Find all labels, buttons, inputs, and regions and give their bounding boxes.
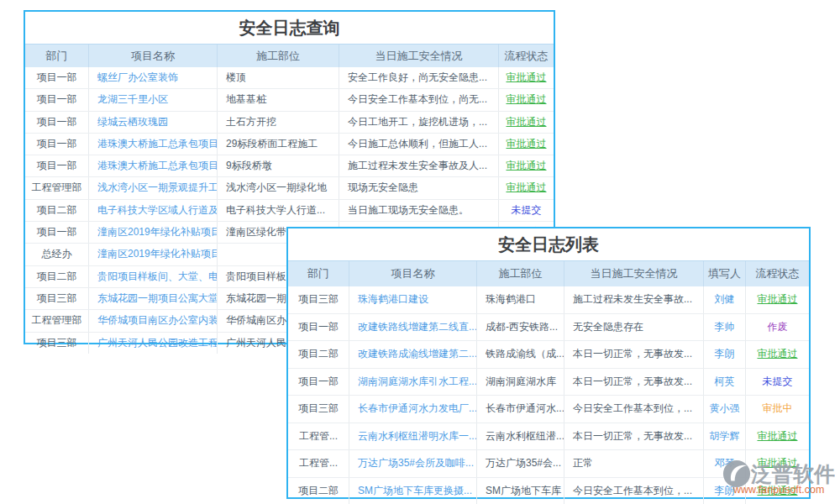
cell-project[interactable]: 贵阳项目样板间、大堂、电梯	[88, 266, 217, 287]
column-header-location: 施工部位	[217, 45, 339, 67]
cell-status[interactable]: 审批通过	[745, 286, 809, 313]
cell-status[interactable]: 作废	[745, 314, 809, 341]
column-header-writer: 填写人	[703, 261, 745, 286]
cell-safety: 正常	[564, 450, 703, 477]
cell-status[interactable]: 审批通过	[498, 177, 554, 198]
table-row: 项目一部龙湖三千里小区地基基桩今日安全工作基本到位，尚无...审批通过	[25, 88, 554, 110]
watermark: 泛普软件 www.fanpusoft.com	[722, 459, 840, 501]
cell-project[interactable]: 云南水利枢纽潜明水库一...	[349, 423, 476, 450]
table-row: 项目三部珠海鹤港口建设珠海鹤港口施工过程未发生安全事故...刘健审批通过	[288, 286, 809, 313]
cell-status[interactable]: 审批通过	[498, 134, 554, 155]
watermark-url: www.fanpusoft.com	[733, 484, 824, 496]
cell-writer[interactable]: 刘健	[703, 286, 745, 313]
cell-dept: 项目三部	[288, 396, 349, 423]
cell-writer[interactable]: 柯英	[703, 369, 745, 396]
cell-safety: 今日施工总体顺利，但施工人...	[339, 134, 498, 155]
cell-status[interactable]: 审批通过	[498, 155, 554, 176]
cell-project[interactable]: 万达广场35#会所及咖啡...	[349, 450, 476, 477]
cell-dept: 项目一部	[25, 222, 88, 243]
cell-location: 29标段桥面工程施工	[217, 134, 339, 155]
cell-dept: 项目一部	[25, 134, 88, 155]
cell-location: 成都-西安铁路...	[476, 314, 564, 341]
table-row: 项目二部改建铁路成渝线增建第二...铁路成渝线（成...本日一切正常，无事故发.…	[288, 340, 809, 368]
cell-status[interactable]: 审批通过	[498, 112, 554, 133]
cell-project[interactable]: 改建铁路线增建第二线直...	[349, 314, 476, 341]
cell-writer[interactable]: 李帅	[703, 314, 745, 341]
cell-dept: 工程管理部	[25, 177, 88, 198]
table-row: 项目一部湖南洞庭湖水库引水工程...湖南洞庭湖水库本日一切正常，无事故发...柯…	[288, 368, 809, 396]
column-header-location: 施工部位	[476, 261, 564, 286]
column-header-status: 流程状态	[745, 261, 809, 286]
cell-location: 土石方开挖	[217, 112, 339, 133]
cell-location: 长春市伊通河水...	[476, 396, 564, 423]
cell-project[interactable]: 螺丝厂办公室装饰	[88, 67, 217, 88]
table-row: 工程管理部浅水湾小区一期景观提升工程浅水湾小区一期绿化地现场无安全隐患审批通过	[25, 176, 554, 198]
cell-safety: 今日安全工作基本到位，...	[564, 396, 703, 423]
cell-dept: 项目二部	[288, 478, 349, 504]
table-row: 项目一部改建铁路线增建第二线直...成都-西安铁路...无安全隐患存在李帅作废	[288, 313, 809, 341]
query-panel-title: 安全日志查询	[25, 12, 554, 44]
cell-safety: 今日安全工作基本到位，...	[564, 478, 703, 504]
cell-dept: 工程管...	[288, 450, 349, 477]
column-header-status: 流程状态	[498, 45, 554, 67]
cell-location: 电子科技大学人行道...	[217, 200, 339, 221]
cell-project[interactable]: 浅水湾小区一期景观提升工程	[88, 177, 217, 198]
cell-location: 楼顶	[217, 67, 339, 88]
cell-project[interactable]: 港珠澳大桥施工总承包项目	[88, 134, 217, 155]
cell-dept: 工程管...	[288, 423, 349, 450]
cell-project[interactable]: 广州天河人民公园改造工程	[88, 333, 217, 354]
cell-status[interactable]: 未提交	[745, 369, 809, 396]
cell-project[interactable]: 潼南区2019年绿化补贴项目-	[88, 244, 217, 265]
table-row: 项目一部绿城云栖玫瑰园土石方开挖今日工地开工，旋挖机进场，...审批通过	[25, 111, 554, 133]
cell-dept: 项目二部	[25, 200, 88, 221]
cell-dept: 项目一部	[25, 155, 88, 176]
table-row: 项目一部港珠澳大桥施工总承包项目9标段桥墩施工过程未发生安全事故及人...审批通…	[25, 155, 554, 176]
list-panel-title: 安全日志列表	[288, 228, 809, 260]
cell-project[interactable]: SM广场地下车库更换摄...	[349, 478, 476, 504]
cell-project[interactable]: 改建铁路成渝线增建第二...	[349, 341, 476, 368]
cell-safety: 施工过程未发生安全事故...	[564, 286, 703, 313]
cell-writer[interactable]: 黄小强	[703, 396, 745, 423]
cell-location: 地基基桩	[217, 89, 339, 110]
query-table-header: 部门项目名称施工部位当日施工安全情况流程状态	[25, 44, 554, 67]
cell-writer[interactable]: 胡学辉	[703, 423, 745, 450]
list-table-header: 部门项目名称施工部位当日施工安全情况填写人流程状态	[288, 260, 809, 286]
cell-project[interactable]: 港珠澳大桥施工总承包项目	[88, 155, 217, 176]
table-row: 项目一部螺丝厂办公室装饰楼顶安全工作良好，尚无安全隐患...审批通过	[25, 67, 554, 88]
cell-dept: 项目一部	[25, 112, 88, 133]
column-header-project: 项目名称	[349, 261, 476, 286]
cell-dept: 项目二部	[288, 341, 349, 368]
cell-status[interactable]: 审批通过	[498, 89, 554, 110]
cell-location: 万达广场35#会...	[476, 450, 564, 477]
cell-project[interactable]: 电子科技大学区域人行道及非	[88, 200, 217, 221]
cell-location: 铁路成渝线（成...	[476, 341, 564, 368]
cell-project[interactable]: 绿城云栖玫瑰园	[88, 112, 217, 133]
cell-project[interactable]: 东城花园一期项目公寓大堂 装	[88, 288, 217, 309]
cell-location: 云南水利枢纽潜...	[476, 423, 564, 450]
cell-project[interactable]: 长春市伊通河水力发电厂...	[349, 396, 476, 423]
column-header-safety: 当日施工安全情况	[564, 261, 703, 286]
cell-safety: 本日一切正常，无事故发...	[564, 341, 703, 368]
cell-project[interactable]: 珠海鹤港口建设	[349, 286, 476, 313]
cell-project[interactable]: 潼南区2019年绿化补贴项目-	[88, 222, 217, 243]
cell-writer[interactable]: 李朗	[703, 341, 745, 368]
cell-dept: 项目一部	[288, 369, 349, 396]
cell-dept: 项目三部	[25, 288, 88, 309]
cell-status[interactable]: 审批通过	[745, 423, 809, 450]
cell-project[interactable]: 华侨城项目南区办公室内装修	[88, 310, 217, 331]
cell-dept: 项目一部	[288, 314, 349, 341]
cell-status[interactable]: 审批中	[745, 396, 809, 423]
cell-project[interactable]: 龙湖三千里小区	[88, 89, 217, 110]
cell-status[interactable]: 未提交	[498, 200, 554, 221]
cell-dept: 工程管理部	[25, 310, 88, 331]
column-header-project: 项目名称	[88, 45, 217, 67]
cell-dept: 项目一部	[25, 89, 88, 110]
cell-location: 浅水湾小区一期绿化地	[217, 177, 339, 198]
cell-project[interactable]: 湖南洞庭湖水库引水工程...	[349, 369, 476, 396]
table-row: 项目一部港珠澳大桥施工总承包项目29标段桥面工程施工今日施工总体顺利，但施工人.…	[25, 133, 554, 155]
cell-status[interactable]: 审批通过	[498, 67, 554, 88]
table-row: 工程管...云南水利枢纽潜明水库一...云南水利枢纽潜...本日一切正常，无事故…	[288, 423, 809, 450]
cell-dept: 项目二部	[25, 266, 88, 287]
cell-location: 湖南洞庭湖水库	[476, 369, 564, 396]
cell-status[interactable]: 审批通过	[745, 341, 809, 368]
